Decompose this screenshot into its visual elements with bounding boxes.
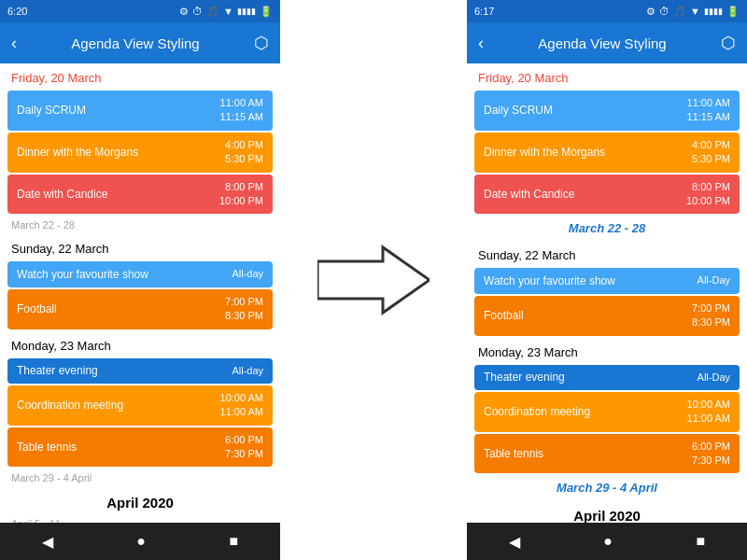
monday-header-left: Monday, 23 March [0,331,280,357]
event-daily-scrum-right[interactable]: Daily SCRUM 11:00 AM11:15 AM [474,91,740,131]
content-right: Friday, 20 March Daily SCRUM 11:00 AM11:… [467,63,747,523]
event-title: Theater evening [484,371,565,384]
event-title: Theater evening [17,364,98,377]
app-title-left: Agenda View Styling [24,35,247,51]
event-theater-left[interactable]: Theater evening All-day [7,358,273,384]
event-title: Watch your favourite show [484,274,615,287]
event-dinner-left[interactable]: Dinner with the Morgans 4:00 PM5:30 PM [7,133,273,173]
status-bar-right: 6:17 ⚙⏱🎵 ▼▮▮▮▮🔋 [467,0,747,22]
event-time: 4:00 PM5:30 PM [692,138,730,167]
event-time: All-day [232,267,263,281]
month-label-left: April 2020 [0,487,280,514]
event-time: All-Day [698,371,730,385]
event-title: Football [484,309,524,322]
event-time: 10:00 AM11:00 AM [220,391,263,420]
event-title: Date with Candice [17,188,107,201]
status-icons-left: ⚙⏱🎵 ▼▮▮▮▮🔋 [179,6,273,18]
friday-header-left: Friday, 20 March [0,63,280,89]
event-show-right[interactable]: Watch your favourite show All-Day [474,268,740,293]
event-title: Dinner with the Morgans [484,146,605,159]
sunday-header-left: Sunday, 22 March [0,234,280,259]
top-bar-right: ‹ Agenda View Styling ⬡ [467,22,747,63]
event-time: 11:00 AM11:15 AM [687,96,730,125]
event-football-left[interactable]: Football 7:00 PM8:30 PM [7,289,273,329]
event-daily-scrum-left[interactable]: Daily SCRUM 11:00 AM11:15 AM [7,91,273,131]
event-title: Date with Candice [484,188,574,201]
status-bar-left: 6:20 ⚙⏱🎵 ▼▮▮▮▮🔋 [0,0,280,22]
event-tennis-right[interactable]: Table tennis 6:00 PM7:30 PM [474,434,740,474]
event-time: 8:00 PM10:00 PM [219,180,263,209]
event-theater-right[interactable]: Theater evening All-Day [474,365,740,390]
event-title: Daily SCRUM [484,104,553,117]
event-title: Dinner with the Morgans [17,146,138,159]
event-football-right[interactable]: Football 7:00 PM8:30 PM [474,296,740,336]
event-time: 7:00 PM8:30 PM [692,301,730,330]
week3-label-left: April 5 - 11 [0,514,280,523]
event-time: 6:00 PM7:30 PM [225,433,263,462]
back-button-right[interactable]: ‹ [478,34,484,53]
event-time: 10:00 AM11:00 AM [687,398,730,427]
status-icons-right: ⚙⏱🎵 ▼▮▮▮▮🔋 [646,6,740,18]
bottom-nav-right: ◀ ● ■ [467,523,747,560]
sunday-header-right: Sunday, 22 March [467,241,747,266]
event-title: Football [17,302,57,315]
event-time: 11:00 AM11:15 AM [220,96,263,125]
week2-label-left: March 29 - 4 April [0,469,280,487]
arrow-container [280,0,467,560]
month-label-right: April 2020 [467,500,747,523]
svg-marker-0 [317,247,430,313]
bottom-nav-left: ◀ ● ■ [0,523,280,560]
event-time: 7:00 PM8:30 PM [225,295,263,324]
monday-header-right: Monday, 23 March [467,338,747,363]
week2-label-right: March 29 - 4 April [467,475,747,500]
share-icon-left[interactable]: ⬡ [254,33,269,53]
event-tennis-left[interactable]: Table tennis 6:00 PM7:30 PM [7,427,273,468]
friday-header-right: Friday, 20 March [467,63,747,89]
share-icon-right[interactable]: ⬡ [721,33,736,53]
left-phone: 6:20 ⚙⏱🎵 ▼▮▮▮▮🔋 ‹ Agenda View Styling ⬡ … [0,0,280,560]
back-button-left[interactable]: ‹ [11,34,17,53]
nav-recent-right[interactable]: ■ [697,533,706,550]
event-date-left[interactable]: Date with Candice 8:00 PM10:00 PM [7,175,273,215]
nav-back-left[interactable]: ◀ [42,533,53,551]
nav-home-left[interactable]: ● [136,533,146,550]
event-time: 4:00 PM5:30 PM [225,138,263,167]
week1-label-right: March 22 - 28 [467,216,747,241]
event-title: Table tennis [17,441,77,454]
event-time: 6:00 PM7:30 PM [692,440,730,469]
event-time: All-day [232,364,263,378]
event-coordination-left[interactable]: Coordination meeting 10:00 AM11:00 AM [7,385,273,426]
event-title: Watch your favourite show [17,268,148,281]
event-coordination-right[interactable]: Coordination meeting 10:00 AM11:00 AM [474,392,740,432]
event-time: 8:00 PM10:00 PM [686,180,730,209]
event-title: Coordination meeting [17,399,123,412]
nav-back-right[interactable]: ◀ [509,533,520,551]
event-date-right[interactable]: Date with Candice 8:00 PM10:00 PM [474,175,740,215]
status-time-right: 6:17 [474,6,494,17]
event-title: Table tennis [484,447,543,460]
event-title: Daily SCRUM [17,104,86,117]
event-dinner-right[interactable]: Dinner with the Morgans 4:00 PM5:30 PM [474,133,740,173]
status-time-left: 6:20 [7,6,27,17]
arrow-icon [317,243,430,317]
nav-recent-left[interactable]: ■ [230,533,239,550]
event-title: Coordination meeting [484,405,590,418]
top-bar-left: ‹ Agenda View Styling ⬡ [0,22,280,63]
app-title-right: Agenda View Styling [491,35,713,51]
event-time: All-Day [698,273,730,287]
week1-label-left: March 22 - 28 [0,216,280,234]
event-show-left[interactable]: Watch your favourite show All-day [7,261,273,287]
content-left: Friday, 20 March Daily SCRUM 11:00 AM11:… [0,63,280,523]
right-phone: 6:17 ⚙⏱🎵 ▼▮▮▮▮🔋 ‹ Agenda View Styling ⬡ … [467,0,747,560]
nav-home-right[interactable]: ● [603,533,613,550]
